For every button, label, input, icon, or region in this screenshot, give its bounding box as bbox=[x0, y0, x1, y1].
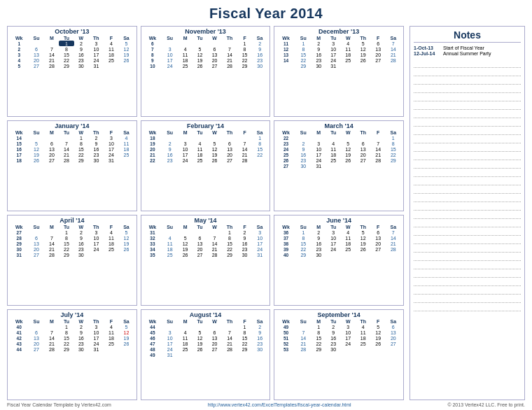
month-september: September '14 WkSuMTuWThFSa 49123456 507… bbox=[274, 309, 404, 400]
note-line bbox=[414, 76, 521, 85]
month-july: July '14 WkSuMTuWThFSa 4012345 416789101… bbox=[7, 309, 137, 400]
month-february: February '14 WkSuMTuWThFSa 181 192345678… bbox=[141, 120, 271, 211]
month-october: October '13 WkSuMTuWThFSa 112345 2678910… bbox=[7, 26, 137, 117]
month-march: March '14 WkSuMTuWThFSa 221 232345678 24… bbox=[274, 120, 404, 211]
month-title-july: July '14 bbox=[10, 311, 134, 318]
notes-lines bbox=[414, 59, 521, 397]
month-title-february: February '14 bbox=[144, 122, 268, 129]
note-line bbox=[414, 85, 521, 93]
month-april: April '14 WkSuMTuWThFSa 2712345 28678910… bbox=[7, 215, 137, 306]
note-date-1: 1-Oct-13 bbox=[414, 45, 440, 50]
month-title-april: April '14 bbox=[10, 217, 134, 224]
note-line bbox=[414, 253, 521, 261]
calendar-row-q1: October '13 WkSuMTuWThFSa 112345 2678910… bbox=[7, 26, 404, 117]
note-line bbox=[414, 143, 521, 152]
note-text-2: Annual Summer Party bbox=[443, 51, 491, 56]
note-line bbox=[414, 194, 521, 202]
note-line bbox=[414, 68, 521, 76]
notes-entries: 1-Oct-13 Start of Fiscal Year 12-Jul-14 … bbox=[414, 45, 521, 57]
note-line bbox=[414, 219, 521, 227]
notes-entry-2: 12-Jul-14 Annual Summer Party bbox=[414, 51, 521, 56]
month-january: January '14 WkSuMTuWThFSa 141234 1556789… bbox=[7, 120, 137, 211]
note-line bbox=[414, 202, 521, 211]
note-line bbox=[414, 169, 521, 177]
note-date-2: 12-Jul-14 bbox=[414, 51, 440, 56]
note-line bbox=[414, 286, 521, 295]
note-line bbox=[414, 303, 521, 311]
note-line bbox=[414, 127, 521, 135]
note-line bbox=[414, 152, 521, 160]
note-line bbox=[414, 269, 521, 278]
month-june: June '14 WkSuMTuWThFSa 361234567 3789101… bbox=[274, 215, 404, 306]
month-november: November '13 WkSuMTuWThFSa 612 73456789 … bbox=[141, 26, 271, 117]
month-title-january: January '14 bbox=[10, 122, 134, 129]
note-line bbox=[414, 160, 521, 169]
notes-entry-1: 1-Oct-13 Start of Fiscal Year bbox=[414, 45, 521, 50]
footer-center: http://www.vertex42.com/ExcelTemplates/f… bbox=[208, 402, 351, 407]
month-title-september: September '14 bbox=[276, 311, 401, 318]
footer-left: Fiscal Year Calendar Template by Vertex4… bbox=[7, 402, 111, 407]
note-line bbox=[414, 135, 521, 143]
month-august: August '14 WkSuMTuWThFSa 4412 453456789 … bbox=[141, 309, 271, 400]
note-line bbox=[414, 295, 521, 303]
note-line bbox=[414, 118, 521, 127]
month-may: May '14 WkSuMTuWThFSa 31123 3245678910 3… bbox=[141, 215, 271, 306]
note-text-1: Start of Fiscal Year bbox=[443, 45, 484, 50]
month-title-august: August '14 bbox=[144, 311, 268, 318]
note-line bbox=[414, 185, 521, 194]
page-title: Fiscal Year 2014 bbox=[7, 6, 525, 22]
note-line bbox=[414, 93, 521, 101]
month-title-may: May '14 bbox=[144, 217, 268, 224]
note-line bbox=[414, 236, 521, 244]
note-line bbox=[414, 101, 521, 110]
calendar-row-q3: April '14 WkSuMTuWThFSa 2712345 28678910… bbox=[7, 215, 404, 306]
notes-section: Notes 1-Oct-13 Start of Fiscal Year 12-J… bbox=[410, 26, 525, 400]
calendars-section: October '13 WkSuMTuWThFSa 112345 2678910… bbox=[7, 26, 404, 400]
note-line bbox=[414, 59, 521, 68]
note-line bbox=[414, 110, 521, 118]
calendar-row-q4: July '14 WkSuMTuWThFSa 4012345 416789101… bbox=[7, 309, 404, 400]
month-december: December '13 WkSuMTuWThFSa 111234567 128… bbox=[274, 26, 404, 117]
footer: Fiscal Year Calendar Template by Vertex4… bbox=[7, 402, 525, 407]
month-title-march: March '14 bbox=[276, 122, 401, 129]
month-title-november: November '13 bbox=[144, 28, 268, 35]
month-title-october: October '13 bbox=[10, 28, 134, 35]
note-line bbox=[414, 261, 521, 269]
footer-right: © 2013 Vertex42 LLC. Free to print. bbox=[447, 402, 525, 407]
note-line bbox=[414, 244, 521, 253]
notes-title: Notes bbox=[414, 29, 521, 43]
note-line bbox=[414, 177, 521, 185]
note-line bbox=[414, 211, 521, 219]
month-title-june: June '14 bbox=[276, 217, 401, 224]
note-line bbox=[414, 227, 521, 236]
month-title-december: December '13 bbox=[276, 28, 401, 35]
note-line bbox=[414, 278, 521, 286]
calendar-row-q2: January '14 WkSuMTuWThFSa 141234 1556789… bbox=[7, 120, 404, 211]
